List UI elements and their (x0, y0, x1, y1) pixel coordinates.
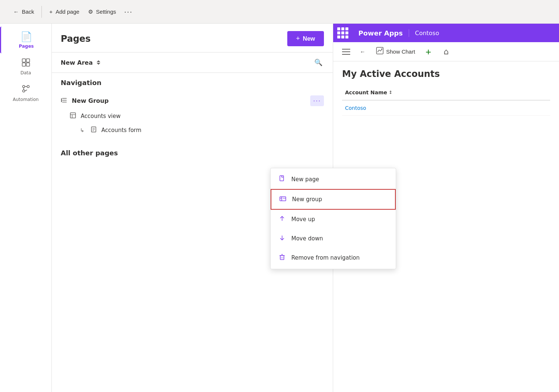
area-selector: New Area 🔍 (52, 52, 333, 73)
context-menu-move-up[interactable]: Move up (271, 210, 396, 229)
back-subtoolbar-icon: ← (360, 48, 365, 55)
power-apps-bar: Power Apps Contoso (333, 24, 559, 42)
context-menu-new-group[interactable]: New group (271, 189, 396, 210)
right-panel-title: My Active Accounts (342, 69, 550, 79)
new-page-label: New page (291, 176, 319, 183)
settings-label: Settings (96, 9, 116, 15)
home-button[interactable]: ⌂ (441, 45, 452, 58)
back-button[interactable]: ← Back (9, 6, 39, 17)
navigation-section: Navigation New Group (52, 73, 333, 143)
search-button[interactable]: 🔍 (313, 57, 324, 68)
more-options-button[interactable]: ··· (121, 5, 137, 18)
accounts-view-label: Accounts view (81, 113, 121, 119)
svg-rect-14 (70, 113, 76, 118)
area-chevron-icon[interactable] (97, 60, 100, 65)
sidebar: 📄 Pages Data (0, 24, 52, 392)
search-icon: 🔍 (314, 59, 322, 66)
accounts-view-item[interactable]: Accounts view (61, 109, 324, 123)
add-page-label: Add page (56, 9, 79, 15)
back-label: Back (22, 9, 34, 15)
accounts-form-item[interactable]: ↳ Accounts form (61, 123, 324, 137)
remove-nav-label: Remove from navigation (291, 254, 360, 261)
right-main-content: My Active Accounts Account Name ↕ Contos… (333, 61, 559, 123)
automation-icon (21, 84, 30, 95)
svg-point-6 (23, 90, 25, 92)
indent-arrow-icon: ↳ (80, 127, 84, 133)
sidebar-automation-label: Automation (13, 97, 39, 102)
svg-rect-28 (280, 256, 284, 260)
context-menu: New page New group (270, 168, 396, 269)
table-row[interactable]: Contoso (342, 101, 550, 116)
account-name-column-header[interactable]: Account Name ↕ (342, 88, 395, 97)
svg-point-5 (27, 85, 29, 88)
new-label: New (303, 36, 315, 42)
waffle-icon (337, 27, 348, 38)
nav-group-title-container: New Group (61, 97, 108, 105)
home-icon: ⌂ (444, 47, 449, 56)
pages-icon: 📄 (20, 31, 32, 42)
svg-rect-3 (26, 63, 30, 66)
new-button[interactable]: + New (287, 31, 324, 46)
show-chart-button[interactable]: Show Chart (372, 44, 419, 59)
area-name-container: New Area (61, 59, 100, 66)
navigation-title: Navigation (61, 79, 324, 87)
data-icon (21, 58, 30, 69)
sidebar-item-automation[interactable]: Automation (0, 80, 51, 107)
nav-group-more-button[interactable]: ··· (310, 95, 324, 106)
svg-rect-0 (22, 59, 26, 62)
area-name-text: New Area (61, 59, 93, 66)
account-name-cell[interactable]: Contoso (342, 103, 369, 113)
nav-group-title-text: New Group (72, 97, 108, 104)
add-record-button[interactable]: + (422, 45, 435, 59)
account-name-header-text: Account Name (345, 89, 387, 95)
svg-rect-1 (26, 59, 30, 62)
new-plus-icon: + (296, 35, 300, 43)
data-table: Account Name ↕ Contoso (342, 85, 550, 116)
back-arrow-icon: ← (13, 9, 19, 15)
gear-icon: ⚙ (88, 9, 93, 15)
group-list-icon (61, 97, 68, 105)
svg-point-4 (23, 85, 25, 88)
move-up-icon (278, 215, 286, 224)
add-page-button[interactable]: + Add page (45, 6, 84, 17)
nav-group-header: New Group ··· (61, 92, 324, 109)
waffle-button[interactable] (333, 24, 352, 42)
accounts-form-label: Accounts form (101, 127, 141, 134)
table-header: Account Name ↕ (342, 85, 550, 101)
new-group-label: New group (292, 196, 322, 203)
sidebar-item-data[interactable]: Data (0, 53, 51, 80)
hamburger-button[interactable] (339, 47, 353, 57)
move-down-label: Move down (291, 235, 323, 242)
settings-button[interactable]: ⚙ Settings (84, 6, 120, 17)
show-chart-label: Show Chart (386, 48, 415, 55)
context-menu-move-down[interactable]: Move down (271, 229, 396, 248)
all-other-pages-title: All other pages (61, 149, 324, 157)
new-page-icon (278, 175, 286, 184)
main-content: 📄 Pages Data (0, 24, 559, 392)
svg-line-9 (25, 90, 27, 91)
toolbar-separator-1 (41, 6, 42, 18)
pages-header: Pages + New (52, 24, 333, 52)
hamburger-icon (342, 49, 350, 55)
group-ellipsis-icon: ··· (313, 97, 321, 104)
chart-icon (376, 47, 384, 57)
plus-icon: + (49, 9, 53, 15)
accounts-view-icon (70, 112, 76, 120)
context-menu-new-page[interactable]: New page (271, 170, 396, 189)
power-apps-title: Power Apps (352, 29, 409, 37)
sidebar-item-pages[interactable]: 📄 Pages (0, 27, 51, 53)
move-down-icon (278, 234, 286, 243)
right-subtoolbar: ← Show Chart + ⌂ (333, 42, 559, 61)
back-subtoolbar-button[interactable]: ← (356, 46, 369, 57)
context-menu-remove-nav[interactable]: Remove from navigation (271, 248, 396, 267)
remove-nav-icon (278, 253, 286, 262)
svg-rect-2 (22, 63, 26, 66)
add-record-icon: + (425, 47, 431, 57)
contoso-label: Contoso (409, 30, 445, 37)
svg-rect-22 (280, 197, 286, 201)
accounts-form-icon (90, 126, 97, 134)
nav-group: New Group ··· Accounts v (61, 89, 324, 140)
move-up-label: Move up (291, 216, 315, 223)
new-group-icon (279, 195, 287, 204)
sidebar-pages-label: Pages (19, 44, 34, 49)
